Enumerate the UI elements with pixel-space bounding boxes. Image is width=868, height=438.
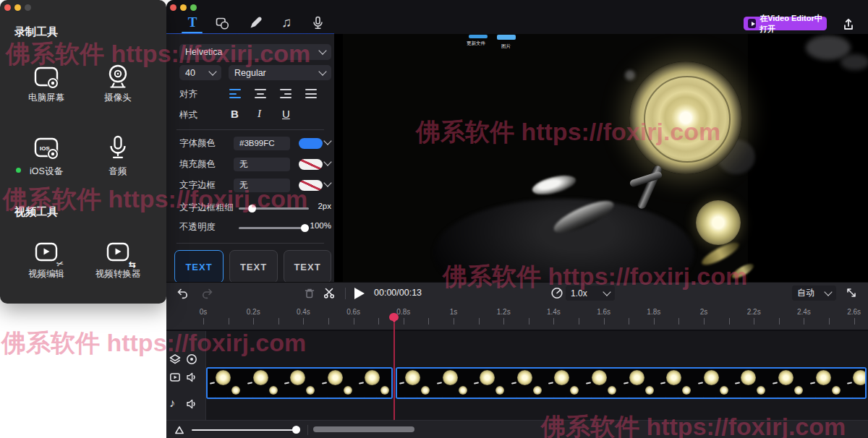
layers-button[interactable]: [169, 353, 182, 366]
fill-color-swatch[interactable]: [299, 159, 323, 170]
clip-thumbnail: [509, 369, 547, 398]
headlight-large: [629, 61, 742, 174]
sidebar-item-screen-label[interactable]: 电脑屏幕: [14, 92, 79, 104]
video-clip-segment-2[interactable]: [396, 367, 867, 399]
screen-record-icon[interactable]: [32, 62, 61, 91]
clip-thumbnail: [320, 369, 357, 398]
bold-button[interactable]: B: [231, 108, 239, 120]
tab-shapes[interactable]: [213, 14, 231, 30]
close-button[interactable]: [4, 4, 11, 11]
app-root: T ♫: [0, 0, 868, 438]
redo-button[interactable]: [201, 287, 214, 300]
tab-music[interactable]: ♫: [277, 14, 296, 30]
stroke-color-input[interactable]: 无: [234, 179, 290, 192]
fill-color-input[interactable]: 无: [234, 158, 290, 171]
audio-track-icon[interactable]: ♪: [169, 397, 175, 410]
ios-device-icon[interactable]: IOS: [32, 133, 61, 162]
ruler-label: 1.8s: [647, 308, 660, 316]
slider-knob[interactable]: [248, 205, 256, 212]
text-preset-2[interactable]: TEXT: [229, 250, 278, 282]
align-label: 对齐: [179, 88, 197, 100]
video-clip-segment-1[interactable]: [206, 367, 393, 399]
sidebar-item-audio-label[interactable]: 音频: [85, 166, 150, 178]
clip-thumbnail: [397, 369, 435, 398]
text-preset-1[interactable]: TEXT: [174, 250, 224, 282]
divider: [307, 425, 308, 435]
chevron-down-icon[interactable]: [323, 137, 331, 145]
video-preview[interactable]: 更新文件 图片: [334, 34, 868, 282]
ruler-tick: [229, 318, 229, 325]
chevron-down-icon: [318, 46, 326, 54]
font-weight-value: Regular: [234, 68, 266, 78]
clip-thumbnail: [770, 369, 808, 398]
align-center-button[interactable]: [255, 89, 267, 99]
undo-button[interactable]: [176, 287, 189, 300]
delete-button[interactable]: [303, 287, 316, 300]
timeline-ruler[interactable]: 0s0.2s0.4s0.6s0.8s1s1.2s1.4s1.6s1.8s2s2.…: [166, 304, 868, 329]
align-left-button[interactable]: [229, 89, 242, 99]
font-family-select[interactable]: Helvetica: [179, 44, 331, 60]
playhead-handle[interactable]: [388, 313, 399, 324]
clip-thumbnail: [472, 369, 509, 398]
ruler-tick: [354, 318, 354, 325]
timeline-scrollbar[interactable]: [313, 426, 414, 432]
opacity-label: 不透明度: [179, 221, 216, 233]
underline-button[interactable]: U: [282, 108, 290, 120]
font-color-swatch[interactable]: [299, 138, 323, 149]
opacity-slider[interactable]: [239, 227, 309, 229]
tab-draw[interactable]: [246, 14, 265, 30]
tab-record-audio[interactable]: [308, 14, 327, 30]
timeline-zoom-slider[interactable]: [192, 429, 300, 431]
sidebar-item-video-convert-label[interactable]: 视频转换器: [85, 268, 150, 280]
ruler-label: 0.2s: [247, 308, 260, 316]
zoom-button[interactable]: [190, 4, 197, 11]
minimize-button[interactable]: [14, 4, 21, 11]
video-volume-button[interactable]: [185, 371, 198, 384]
stroke-width-slider[interactable]: [239, 207, 309, 210]
ruler-tick: [529, 318, 529, 325]
clip-thumbnail: [546, 369, 584, 398]
audio-volume-button[interactable]: [185, 398, 198, 411]
ruler-label: 1.6s: [597, 308, 610, 316]
resolution-select[interactable]: 自动: [792, 285, 836, 301]
ruler-tick: [203, 318, 204, 325]
webcam-icon[interactable]: [103, 62, 132, 91]
ruler-label: 0.6s: [346, 308, 360, 316]
font-weight-select[interactable]: Regular: [229, 65, 331, 80]
chevron-down-icon[interactable]: [323, 179, 331, 186]
italic-button[interactable]: I: [258, 108, 261, 120]
speed-select[interactable]: 1.0x: [566, 285, 615, 301]
split-button[interactable]: [323, 286, 336, 299]
video-edit-icon[interactable]: ✂: [32, 239, 61, 267]
text-preset-3[interactable]: TEXT: [284, 250, 331, 282]
sidebar-item-ios-label[interactable]: iOS设备: [14, 166, 79, 178]
microphone-icon[interactable]: [103, 133, 132, 162]
align-justify-button[interactable]: [305, 89, 318, 99]
sidebar-item-camera-label[interactable]: 摄像头: [85, 92, 150, 104]
speed-value: 1.0x: [571, 288, 587, 299]
ruler-tick: [829, 318, 830, 325]
sidebar-item-video-edit-label[interactable]: 视频编辑: [14, 268, 79, 280]
stroke-color-swatch[interactable]: [299, 180, 323, 191]
chevron-down-icon[interactable]: [323, 158, 331, 166]
track-focus-button[interactable]: [185, 353, 198, 366]
minimize-button[interactable]: [180, 4, 187, 11]
clip-thumbnail: [733, 369, 770, 398]
open-in-video-editor-button[interactable]: 在Video Editor中打开: [744, 17, 827, 30]
music-note-icon: ♪: [169, 397, 175, 409]
clip-thumbnail: [845, 369, 867, 398]
video-track-icon[interactable]: [169, 371, 182, 384]
close-button[interactable]: [170, 4, 176, 11]
font-color-input[interactable]: #3B99FC: [234, 137, 290, 150]
slider-knob[interactable]: [292, 426, 300, 434]
fullscreen-button[interactable]: [845, 286, 858, 299]
tab-text[interactable]: T: [183, 14, 202, 30]
share-button[interactable]: [841, 17, 856, 31]
stroke-width-label: 文字边框粗细: [179, 202, 234, 214]
font-size-select[interactable]: 40: [179, 65, 221, 80]
align-right-button[interactable]: [280, 89, 292, 99]
video-convert-icon[interactable]: ⇆: [103, 239, 132, 267]
play-button[interactable]: [354, 288, 365, 299]
clip-thumbnail: [208, 369, 245, 398]
open-button-label: 在Video Editor中打开: [760, 13, 827, 35]
